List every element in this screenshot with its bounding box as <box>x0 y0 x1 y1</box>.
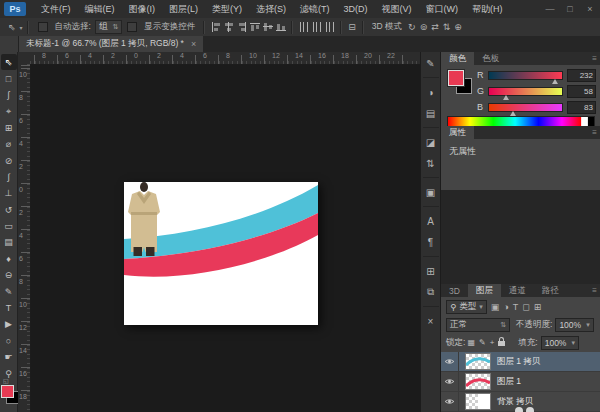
document-canvas[interactable] <box>124 182 318 325</box>
filter-smart-object-icon[interactable]: ⊞ <box>534 302 542 312</box>
menu-image[interactable]: 图像(I) <box>122 0 163 18</box>
tab-layers[interactable]: 图层 <box>468 284 501 297</box>
menu-filter[interactable]: 滤镜(T) <box>293 0 337 18</box>
brush-tool[interactable]: ∫ <box>1 169 17 185</box>
gradient-tool[interactable]: ▤ <box>1 234 17 250</box>
lasso-tool[interactable]: ʃ <box>1 87 17 103</box>
eyedropper-tool[interactable]: ⌀ <box>1 136 17 152</box>
visibility-eye-icon[interactable] <box>441 352 459 371</box>
toolbar-header[interactable] <box>0 36 19 52</box>
marquee-tool[interactable]: □ <box>1 70 17 86</box>
align-bottom-icon[interactable] <box>276 22 286 32</box>
red-slider-thumb[interactable] <box>552 79 558 84</box>
lock-image-icon[interactable]: ✎ <box>479 338 486 347</box>
align-center-icon[interactable] <box>224 22 234 32</box>
green-value-field[interactable]: 58 <box>567 85 596 98</box>
3d-scale-icon[interactable]: ⊕ <box>452 22 464 32</box>
shape-tool[interactable]: ○ <box>1 333 17 349</box>
brush-settings-panel-icon[interactable]: ✎ <box>423 55 439 71</box>
healing-brush-tool[interactable]: ⊘ <box>1 152 17 168</box>
blend-mode-dropdown[interactable]: 正常 ⇅ <box>446 318 510 332</box>
menu-help[interactable]: 帮助(H) <box>465 0 510 18</box>
menu-file[interactable]: 文件(F) <box>34 0 78 18</box>
show-transform-checkbox[interactable] <box>127 22 137 32</box>
filter-pixel-icon[interactable]: ▣ <box>491 302 500 312</box>
swatches-panel-icon[interactable]: ⇅ <box>423 155 439 171</box>
blue-slider-thumb[interactable] <box>510 111 516 116</box>
eraser-tool[interactable]: ▭ <box>1 218 17 234</box>
auto-select-dropdown[interactable]: 组⇅ <box>95 20 122 34</box>
adjustments-panel-icon[interactable]: ▤ <box>423 105 439 121</box>
visibility-eye-icon[interactable] <box>441 372 459 391</box>
menu-select[interactable]: 选择(S) <box>249 0 293 18</box>
pen-tool[interactable]: ✎ <box>1 283 17 299</box>
auto-select-checkbox[interactable] <box>38 22 48 32</box>
align-right-icon[interactable] <box>237 22 247 32</box>
menu-edit[interactable]: 编辑(E) <box>78 0 122 18</box>
opacity-dropdown[interactable]: 100% ▾ <box>555 318 593 332</box>
tab-properties[interactable]: 属性 <box>441 126 474 139</box>
visibility-eye-icon[interactable] <box>441 392 459 411</box>
distribute-icon[interactable] <box>312 22 322 32</box>
minimize-button[interactable]: — <box>540 0 560 18</box>
navigator-panel-icon[interactable]: ◑ <box>423 84 439 100</box>
notes-panel-icon[interactable]: × <box>423 313 439 329</box>
auto-align-icon[interactable]: ⊟ <box>346 22 358 32</box>
libraries-panel-icon[interactable]: ▣ <box>423 184 439 200</box>
clone-source-panel-icon[interactable]: ⧉ <box>423 284 439 300</box>
document-tab[interactable]: 未标题-1 @ 66.7% (图层 1 拷贝, RGB/8) * × <box>19 36 203 52</box>
layer-row-layer1[interactable]: 图层 1 <box>441 372 600 392</box>
tab-3d[interactable]: 3D <box>441 284 468 297</box>
lock-transparency-icon[interactable]: ▦ <box>467 338 475 347</box>
3d-slide-icon[interactable]: ⇅ <box>441 22 453 32</box>
distribute-icon[interactable] <box>325 22 335 32</box>
filter-type-icon[interactable]: T <box>513 302 519 312</box>
type-tool[interactable]: T <box>1 300 17 316</box>
panel-menu-icon[interactable]: ≡ <box>592 126 600 139</box>
tab-channels[interactable]: 通道 <box>501 284 534 297</box>
paragraph-panel-icon[interactable]: ¶ <box>423 234 439 250</box>
path-selection-tool[interactable]: ▶ <box>1 316 17 332</box>
vertical-ruler[interactable]: 108642024681012141618 <box>18 64 31 412</box>
tab-swatches[interactable]: 色板 <box>474 52 507 65</box>
layer-row-layer1-copy[interactable]: 图层 1 拷贝 <box>441 352 600 372</box>
menu-layer[interactable]: 图层(L) <box>162 0 205 18</box>
3d-roll-icon[interactable]: ⊚ <box>418 22 430 32</box>
menu-3d[interactable]: 3D(D) <box>337 0 375 18</box>
layer-thumbnail[interactable] <box>465 393 491 410</box>
lock-position-icon[interactable]: + <box>490 338 495 347</box>
history-brush-tool[interactable]: ↺ <box>1 202 17 218</box>
blue-value-field[interactable]: 83 <box>567 101 596 114</box>
layer-name[interactable]: 图层 1 拷贝 <box>497 356 540 368</box>
horizontal-ruler[interactable]: 86420246810121416182022 <box>30 52 420 65</box>
menu-view[interactable]: 视图(V) <box>375 0 419 18</box>
panel-menu-icon[interactable]: ≡ <box>592 284 600 297</box>
tab-paths[interactable]: 路径 <box>534 284 567 297</box>
red-slider[interactable] <box>488 71 563 80</box>
align-top-icon[interactable] <box>250 22 260 32</box>
filter-shape-icon[interactable]: ◻ <box>522 302 529 312</box>
tab-close-icon[interactable]: × <box>191 39 196 49</box>
fill-dropdown[interactable]: 100% ▾ <box>541 336 579 350</box>
dodge-tool[interactable]: ⊖ <box>1 267 17 283</box>
align-middle-icon[interactable] <box>263 22 273 32</box>
distribute-icon[interactable] <box>299 22 309 32</box>
clone-stamp-tool[interactable]: ⊥ <box>1 185 17 201</box>
foreground-color-well[interactable] <box>448 70 464 86</box>
green-slider-thumb[interactable] <box>503 95 509 100</box>
layer-name[interactable]: 背景 拷贝 <box>497 396 533 408</box>
foreground-color-swatch[interactable] <box>1 385 14 398</box>
blue-slider[interactable] <box>488 103 563 112</box>
move-tool[interactable]: ⇖ <box>1 54 17 70</box>
quick-selection-tool[interactable]: ⌖ <box>1 103 17 119</box>
close-button[interactable]: × <box>580 0 600 18</box>
default-colors-icon[interactable]: ◱ <box>3 377 9 384</box>
3d-drag-icon[interactable]: ⇄ <box>429 22 441 32</box>
styles-panel-icon[interactable]: ◪ <box>423 134 439 150</box>
green-slider[interactable] <box>488 87 563 96</box>
layer-thumbnail[interactable] <box>465 353 491 370</box>
layer-name[interactable]: 图层 1 <box>497 376 521 388</box>
red-value-field[interactable]: 232 <box>567 69 596 82</box>
hand-tool[interactable]: ☛ <box>1 349 17 365</box>
panel-menu-icon[interactable]: ≡ <box>592 52 600 65</box>
